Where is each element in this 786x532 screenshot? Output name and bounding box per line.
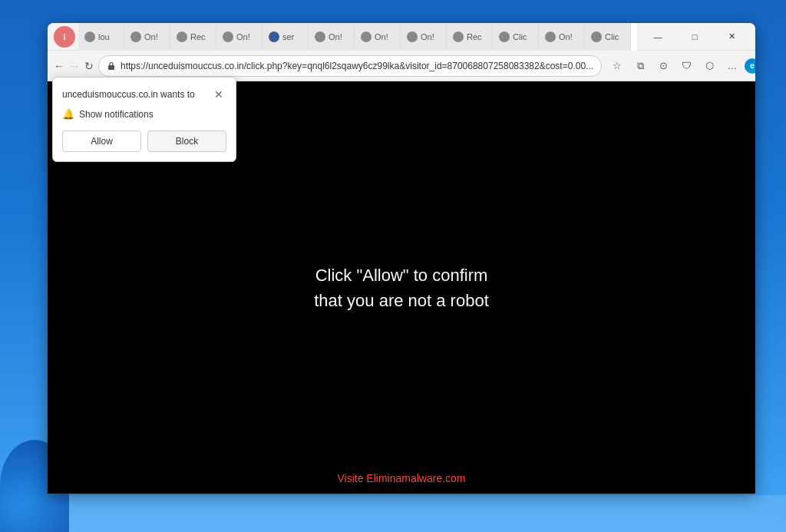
tab-6[interactable]: On!	[309, 23, 355, 51]
tab-1-favicon	[84, 31, 95, 42]
tab-7-label: On!	[375, 32, 388, 41]
popup-title: unceduismouccus.co.in wants to	[62, 89, 195, 100]
tab-11[interactable]: On!	[539, 23, 585, 51]
browser-essentials-button[interactable]: 🛡	[675, 55, 697, 77]
popup-header: unceduismouccus.co.in wants to ✕	[62, 87, 226, 102]
tab-5-favicon	[269, 31, 279, 42]
tab-2-favicon	[130, 31, 141, 42]
collections-button[interactable]: ⧉	[629, 55, 651, 77]
tab-8[interactable]: On!	[401, 23, 447, 51]
tab-bar: lou On! Rec On! ser On!	[78, 23, 637, 51]
tab-8-label: On!	[421, 32, 434, 41]
tab-4[interactable]: On!	[216, 23, 263, 51]
tab-9-label: Rec	[467, 32, 482, 41]
tab-7[interactable]: On!	[355, 23, 401, 51]
tab-1-label: lou	[98, 32, 110, 41]
tab-12[interactable]: Clic	[585, 23, 631, 51]
tab-11-label: On!	[559, 32, 573, 41]
tab-12-favicon	[591, 31, 602, 42]
reading-view-button[interactable]: ⊙	[652, 55, 674, 77]
bell-icon: 🔔	[62, 108, 74, 120]
tab-2-label: On!	[144, 32, 158, 41]
tab-6-favicon	[315, 31, 325, 42]
block-button[interactable]: Block	[147, 131, 226, 152]
tab-5-label: ser	[282, 32, 294, 41]
nav-right-icons: ☆ ⧉ ⊙ 🛡 ⬡ … e	[606, 55, 755, 77]
tab-3-favicon	[177, 31, 187, 42]
tab-2[interactable]: On!	[124, 23, 170, 51]
tab-13-active[interactable]: On! ✕	[631, 23, 637, 51]
page-message: Click "Allow" to confirm that you are no…	[314, 263, 489, 313]
tab-10[interactable]: Clic	[493, 23, 539, 51]
maximize-button[interactable]: □	[677, 25, 712, 48]
popup-notification-row: 🔔 Show notifications	[62, 108, 226, 120]
watermark: Visite Eliminamalware.com	[337, 472, 465, 484]
more-tools-button[interactable]: …	[722, 55, 743, 77]
tab-5[interactable]: ser	[263, 23, 309, 51]
tab-4-label: On!	[236, 32, 250, 41]
tab-4-favicon	[223, 31, 233, 42]
popup-close-button[interactable]: ✕	[211, 87, 226, 102]
back-button[interactable]: ←	[54, 55, 64, 77]
address-bar[interactable]: https://unceduismouccus.co.in/click.php?…	[98, 55, 602, 77]
tab-1[interactable]: lou	[78, 23, 124, 51]
minimize-button[interactable]: —	[640, 25, 675, 48]
favorites-button[interactable]: ☆	[606, 55, 628, 77]
page-message-line1: Click "Allow" to confirm	[314, 263, 489, 288]
tab-3[interactable]: Rec	[170, 23, 216, 51]
lock-icon	[107, 61, 116, 71]
url-text: https://unceduismouccus.co.in/click.php?…	[121, 61, 593, 71]
extensions-button[interactable]: ⬡	[698, 55, 720, 77]
tab-12-label: Clic	[605, 32, 619, 41]
taskbar	[0, 495, 786, 532]
tab-11-favicon	[545, 31, 556, 42]
notification-popup: unceduismouccus.co.in wants to ✕ 🔔 Show …	[52, 77, 236, 162]
tab-6-label: On!	[329, 32, 342, 41]
edge-profile-button[interactable]: e	[745, 58, 755, 74]
tab-8-favicon	[407, 31, 418, 42]
forward-button[interactable]: →	[69, 55, 80, 77]
window-controls: — □ ✕	[640, 25, 749, 48]
close-button[interactable]: ✕	[714, 25, 749, 48]
title-bar: i lou On! Rec On! ser	[48, 23, 755, 51]
tab-10-favicon	[499, 31, 510, 42]
refresh-button[interactable]: ↻	[84, 55, 94, 77]
tab-10-label: Clic	[513, 32, 527, 41]
tab-9-favicon	[453, 31, 464, 42]
tab-3-label: Rec	[190, 32, 206, 41]
tab-9[interactable]: Rec	[447, 23, 493, 51]
tab-7-favicon	[361, 31, 372, 42]
popup-buttons: Allow Block	[62, 131, 226, 152]
svg-rect-0	[108, 65, 114, 70]
popup-notification-text: Show notifications	[79, 109, 154, 120]
profile-icon[interactable]: i	[54, 26, 75, 48]
allow-button[interactable]: Allow	[62, 131, 141, 152]
page-message-line2: that you are not a robot	[314, 288, 489, 313]
